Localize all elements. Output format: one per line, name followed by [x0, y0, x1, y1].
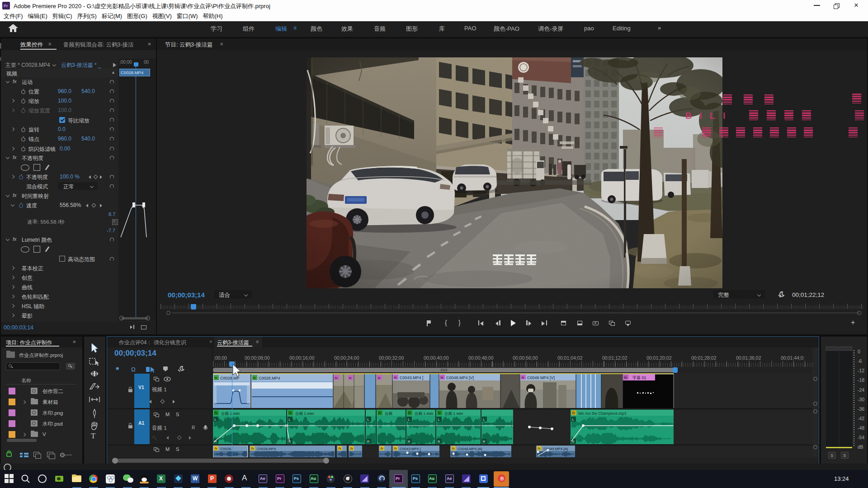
svg-text:R: R [408, 440, 410, 444]
svg-text:C0043.MP4 [: C0043.MP4 [ [400, 375, 424, 380]
svg-text:fx: fx [394, 446, 397, 450]
svg-text:L: L [368, 418, 369, 422]
svg-text:L: L [215, 418, 217, 422]
svg-text:合频 1 wav: 合频 1 wav [444, 411, 463, 416]
svg-text:fx: fx [350, 446, 354, 450]
svg-text:R: R [483, 440, 486, 444]
svg-text:fx: fx [572, 411, 576, 415]
svg-text:fx: fx [408, 411, 411, 415]
svg-text:fx: fx [394, 375, 397, 380]
svg-text:fx: fx [538, 446, 541, 450]
svg-text:C0048.MP4 [V]: C0048.MP4 [V] [446, 375, 474, 380]
svg-text:We Are the Champions.mp3: We Are the Champions.mp3 [578, 411, 626, 416]
svg-text:C0028.: C0028. [220, 447, 232, 451]
svg-text:L: L [483, 418, 485, 422]
svg-text:L: L [572, 418, 574, 422]
svg-text:fx: fx [349, 376, 352, 380]
svg-text:C0048.MP4 [A]: C0048.MP4 [A] [458, 447, 482, 451]
svg-text:fx: fx [215, 376, 218, 380]
svg-text:fx: fx [381, 446, 384, 450]
svg-text:合频 1.wav: 合频 1.wav [414, 411, 434, 416]
svg-text:R: R [438, 440, 440, 444]
svg-text:C0028.MP4: C0028.MP4 [257, 447, 276, 451]
svg-text:字幕 01: 字幕 01 [632, 375, 646, 380]
svg-text:fx: fx [289, 411, 292, 415]
svg-text:fx: fx [522, 375, 525, 380]
svg-text:合频 1.wav: 合频 1.wav [221, 411, 240, 416]
svg-text:fx: fx [438, 411, 441, 415]
svg-text:C0028.MP4: C0028.MP4 [259, 376, 280, 380]
svg-text:fx: fx [624, 375, 627, 380]
svg-text:R: R [367, 440, 370, 444]
svg-text:合频: 合频 [384, 411, 393, 416]
svg-text:合频 1.wav: 合频 1.wav [295, 411, 314, 416]
svg-text:fx: fx [215, 411, 218, 415]
svg-text:fx: fx [441, 375, 444, 380]
svg-text:C0049 MP4 [V]: C0049 MP4 [V] [527, 375, 555, 380]
svg-text:fx: fx [253, 376, 256, 380]
svg-text:fx: fx [378, 411, 382, 415]
svg-text:fx: fx [452, 446, 455, 450]
svg-text:fx: fx [251, 446, 255, 450]
svg-text:C0043.MP4 [: C0043.MP4 [ [400, 447, 421, 451]
svg-text:L: L [408, 418, 410, 422]
svg-text:R: R [288, 440, 291, 444]
svg-text:fx: fx [335, 376, 338, 380]
svg-text:fx: fx [215, 446, 218, 450]
svg-text:fx: fx [378, 376, 381, 380]
svg-text:L: L [438, 418, 440, 422]
svg-text:L: L [289, 418, 291, 422]
svg-text:fx: fx [339, 446, 342, 450]
